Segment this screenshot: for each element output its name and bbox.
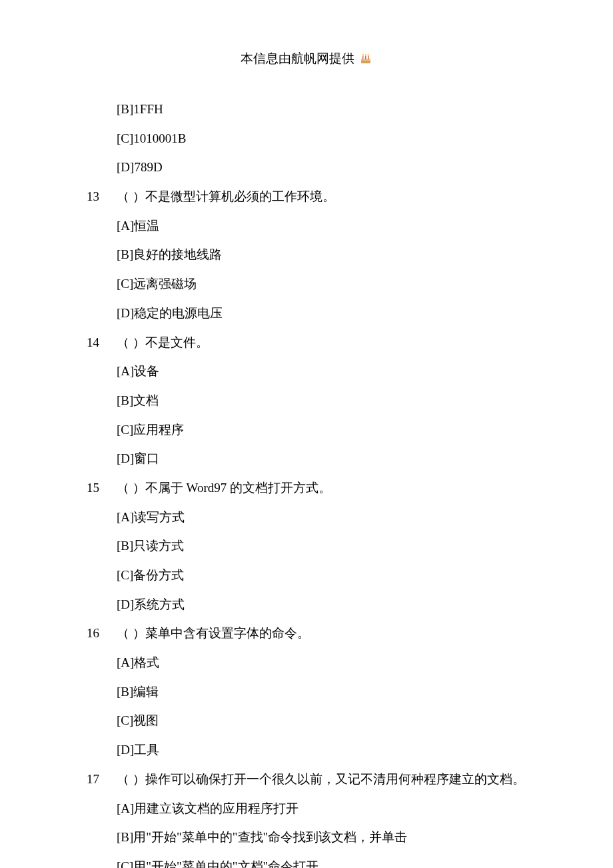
svg-point-5 — [362, 54, 363, 55]
question-number: 14 — [87, 328, 117, 357]
header-text: 本信息由航帆网提供 — [241, 51, 354, 65]
question-number: 13 — [87, 182, 117, 211]
option-text: [A]设备 — [117, 357, 546, 386]
question-line: 13（ ）不是微型计算机必须的工作环境。 — [87, 182, 546, 211]
option-text: [A]恒温 — [117, 211, 546, 241]
svg-rect-2 — [362, 56, 364, 59]
question-text: （ ）不属于 Word97 的文档打开方式。 — [117, 481, 331, 495]
option-text: [B]良好的接地线路 — [117, 240, 546, 269]
birthday-cake-icon — [359, 51, 372, 68]
option-text: [D]工具 — [117, 735, 546, 765]
option-text: [A]读写方式 — [117, 503, 546, 532]
document-page: 本信息由航帆网提供 [B]1FFH [C]1010001B [D]789D 13… — [0, 0, 613, 868]
question-line: 15（ ）不属于 Word97 的文档打开方式。 — [87, 473, 546, 503]
option-text: [B]编辑 — [117, 677, 546, 707]
option-text: [B]用"开始"菜单中的"查找"命令找到该文档，并单击 — [117, 823, 546, 852]
svg-rect-3 — [365, 56, 366, 59]
question-number: 16 — [87, 619, 117, 648]
option-text: [C]视图 — [117, 706, 546, 735]
option-text: [D]稳定的电源电压 — [117, 299, 546, 328]
option-text: [C]1010001B — [117, 124, 546, 153]
question-text: （ ）操作可以确保打开一个很久以前，又记不清用何种程序建立的文档。 — [117, 772, 525, 786]
option-text: [D]789D — [117, 153, 546, 182]
question-line: 17（ ）操作可以确保打开一个很久以前，又记不清用何种程序建立的文档。 — [87, 765, 546, 794]
question-line: 16（ ）菜单中含有设置字体的命令。 — [87, 619, 546, 648]
option-text: [B]文档 — [117, 386, 546, 415]
option-text: [C]用"开始"菜单中的"文档"命令打开 — [117, 852, 546, 868]
option-text: [B]1FFH — [117, 95, 546, 124]
option-text: [C]应用程序 — [117, 415, 546, 445]
option-text: [B]只读方式 — [117, 531, 546, 561]
question-text: （ ）不是微型计算机必须的工作环境。 — [117, 189, 335, 203]
option-text: [A]格式 — [117, 648, 546, 677]
option-text: [A]用建立该文档的应用程序打开 — [117, 794, 546, 823]
option-text: [D]窗口 — [117, 444, 546, 473]
question-text: （ ）不是文件。 — [117, 335, 209, 349]
question-text: （ ）菜单中含有设置字体的命令。 — [117, 626, 310, 640]
question-number: 17 — [87, 765, 117, 794]
svg-point-7 — [367, 54, 368, 55]
document-header: 本信息由航帆网提供 — [67, 50, 546, 68]
option-text: [C]备份方式 — [117, 561, 546, 590]
option-text: [C]远离强磁场 — [117, 269, 546, 299]
question-line: 14（ ）不是文件。 — [87, 328, 546, 357]
svg-rect-4 — [368, 56, 369, 59]
document-body: [B]1FFH [C]1010001B [D]789D 13（ ）不是微型计算机… — [67, 95, 546, 868]
svg-point-6 — [364, 54, 366, 55]
option-text: [D]系统方式 — [117, 590, 546, 619]
question-number: 15 — [87, 473, 117, 503]
